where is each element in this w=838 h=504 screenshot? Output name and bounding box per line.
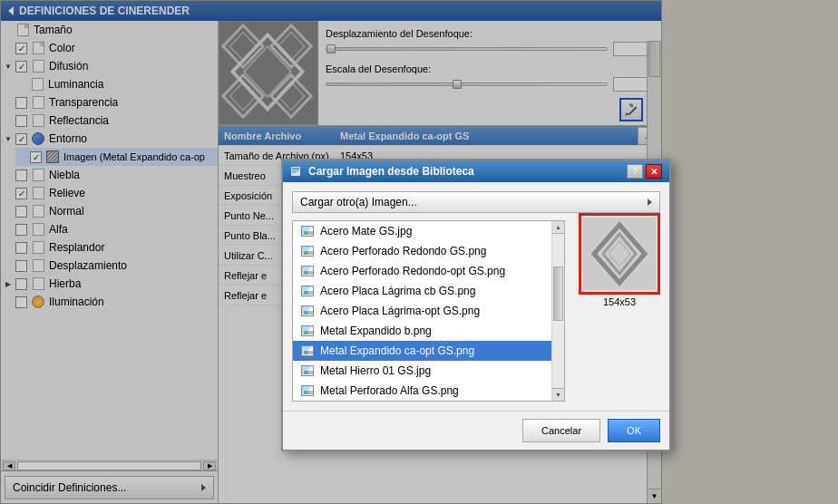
load-other-button[interactable]: Cargar otro(a) Imagen... xyxy=(292,191,660,213)
file-list-item[interactable]: Acero Perforado Redondo GS.png xyxy=(293,241,564,261)
svg-rect-10 xyxy=(292,168,299,170)
file-list: Acero Mate GS.jpgAcero Perforado Redondo… xyxy=(293,221,564,401)
modal-title-label: Cargar Imagen desde Biblioteca xyxy=(308,165,474,178)
file-item-name: Acero Placa Lágrima cb GS.png xyxy=(320,285,475,297)
list-scroll-down-btn[interactable]: ▼ xyxy=(552,388,564,401)
file-icon xyxy=(300,363,315,378)
modal-body: Cargar otro(a) Imagen... 154x53 Acero Ma… xyxy=(283,182,669,411)
file-list-item[interactable]: Metal Hierro 01 GS.jpg xyxy=(293,361,564,381)
file-icon xyxy=(300,304,315,318)
svg-rect-11 xyxy=(292,170,299,171)
modal-dialog: Cargar Imagen desde Biblioteca ? ✕ Carga… xyxy=(281,159,671,451)
modal-preview-label: 154x53 xyxy=(579,296,660,307)
load-other-row: Cargar otro(a) Imagen... xyxy=(292,191,660,213)
file-list-container: Acero Mate GS.jpgAcero Perforado Redondo… xyxy=(292,220,565,402)
ok-button[interactable]: OK xyxy=(608,419,660,442)
file-item-name: Acero Perforado Redondo GS.png xyxy=(320,245,486,257)
svg-rect-12 xyxy=(292,172,297,173)
file-list-item[interactable]: Metal Expandido ca-opt GS.png xyxy=(293,341,564,361)
modal-close-button[interactable]: ✕ xyxy=(646,164,662,179)
list-scroll-thumb[interactable] xyxy=(553,267,563,321)
file-list-item[interactable]: Acero Mate GS.jpg xyxy=(293,221,564,241)
load-other-arrow-icon xyxy=(648,199,652,206)
file-list-item[interactable]: Acero Perforado Redondo-opt GS.png xyxy=(293,261,564,281)
file-item-name: Acero Placa Lágrima-opt GS.png xyxy=(320,305,480,317)
modal-title-icon xyxy=(290,165,303,178)
modal-title-text: Cargar Imagen desde Biblioteca xyxy=(290,165,474,178)
modal-title-bar: Cargar Imagen desde Biblioteca ? ✕ xyxy=(283,160,669,182)
file-item-name: Acero Mate GS.jpg xyxy=(320,225,412,237)
file-list-item[interactable]: Acero Placa Lágrima cb GS.png xyxy=(293,281,564,301)
file-icon xyxy=(300,344,315,358)
file-icon xyxy=(300,244,315,258)
modal-help-button[interactable]: ? xyxy=(627,164,643,179)
modal-footer: Cancelar OK xyxy=(283,411,669,450)
file-icon xyxy=(300,284,315,298)
modal-preview xyxy=(579,213,660,295)
file-item-name: Acero Perforado Redondo-opt GS.png xyxy=(320,265,505,277)
file-list-item[interactable]: Metal Perforado Alfa GS.png xyxy=(293,381,564,401)
cancel-button[interactable]: Cancelar xyxy=(522,419,600,442)
modal-preview-image xyxy=(583,218,656,290)
list-scrollbar[interactable]: ▲ ▼ xyxy=(551,221,564,401)
file-icon xyxy=(300,264,315,278)
file-icon xyxy=(300,224,315,238)
list-scroll-up-btn[interactable]: ▲ xyxy=(552,221,564,234)
file-icon xyxy=(300,324,315,338)
modal-controls: ? ✕ xyxy=(627,164,662,179)
file-list-item[interactable]: Acero Placa Lágrima-opt GS.png xyxy=(293,301,564,321)
file-item-name: Metal Expandido b.png xyxy=(320,325,432,337)
file-list-item[interactable]: Metal Expandido b.png xyxy=(293,321,564,341)
file-item-name: Metal Perforado Alfa GS.png xyxy=(320,384,459,397)
file-item-name: Metal Hierro 01 GS.jpg xyxy=(320,364,431,377)
file-icon xyxy=(300,383,315,398)
file-item-name: Metal Expandido ca-opt GS.png xyxy=(320,344,474,357)
load-other-label: Cargar otro(a) Imagen... xyxy=(300,196,417,208)
